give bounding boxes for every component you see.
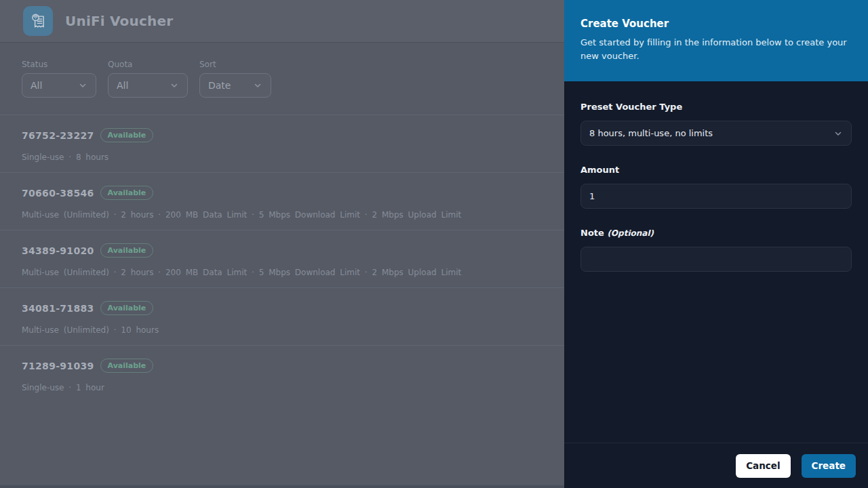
preset-field: Preset Voucher Type 8 hours, multi-use, … bbox=[580, 102, 852, 146]
drawer-title: Create Voucher bbox=[580, 18, 852, 30]
drawer-backdrop[interactable] bbox=[0, 0, 564, 488]
drawer-header: Create Voucher Get started by filling in… bbox=[564, 0, 868, 81]
preset-selected-value: 8 hours, multi-use, no limits bbox=[589, 128, 713, 138]
create-voucher-drawer: Create Voucher Get started by filling in… bbox=[564, 0, 868, 488]
drawer-subtitle: Get started by filling in the informatio… bbox=[580, 36, 850, 63]
amount-label: Amount bbox=[580, 165, 852, 175]
drawer-footer: Cancel Create bbox=[564, 443, 868, 488]
note-field: Note (Optional) bbox=[580, 228, 852, 272]
preset-voucher-type-select[interactable]: 8 hours, multi-use, no limits bbox=[580, 121, 852, 146]
drawer-body: Preset Voucher Type 8 hours, multi-use, … bbox=[564, 81, 868, 443]
note-label-text: Note bbox=[580, 228, 604, 238]
create-button[interactable]: Create bbox=[802, 454, 856, 478]
chevron-down-icon bbox=[833, 129, 843, 138]
preset-label: Preset Voucher Type bbox=[580, 102, 852, 112]
amount-field: Amount bbox=[580, 165, 852, 209]
note-optional-tag: (Optional) bbox=[607, 228, 654, 238]
amount-input[interactable] bbox=[580, 184, 852, 209]
note-label: Note (Optional) bbox=[580, 228, 852, 238]
note-input[interactable] bbox=[580, 247, 852, 272]
cancel-button[interactable]: Cancel bbox=[736, 454, 790, 478]
